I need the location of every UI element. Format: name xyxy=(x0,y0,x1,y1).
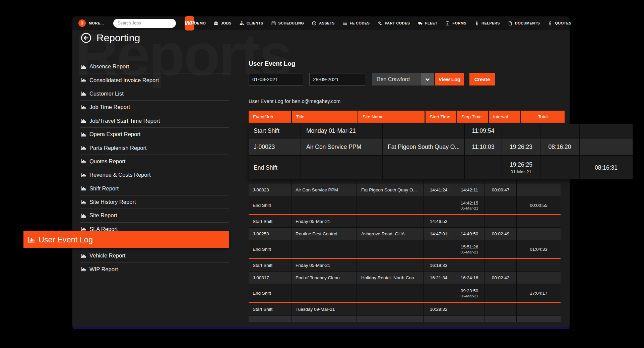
report-list-item[interactable]: Quotes Report xyxy=(80,155,229,168)
nav-item[interactable]: DEMO xyxy=(194,21,206,25)
table-row[interactable]: J-00317 End of Tenancy Clean Holiday Ren… xyxy=(249,272,561,284)
cell-interval xyxy=(485,196,516,214)
cell-site xyxy=(382,156,464,179)
nav-item[interactable]: FLEET xyxy=(418,21,438,26)
table-row[interactable]: J-00023 Air Con Service PPM Fat Pigeon S… xyxy=(249,184,561,196)
bar-chart-icon xyxy=(80,172,86,178)
report-list-item[interactable]: Site Report xyxy=(80,209,229,222)
report-list-item-label: Vehicle Report xyxy=(89,252,125,259)
nav-item-label: SCHEDULING xyxy=(278,21,304,25)
nav-item-label: QUOTES xyxy=(555,21,571,25)
nav-item[interactable]: FE CODES xyxy=(342,21,370,26)
nav-item[interactable]: QUOTES xyxy=(548,21,571,26)
table-row[interactable]: End Shift 15:51:26 05-Mar-21 01:04:33 xyxy=(249,240,561,259)
window-bottom-accent xyxy=(72,327,570,329)
report-list-item-label: Consolidated Invoice Report xyxy=(89,77,159,83)
report-list-item-label: Customer List xyxy=(89,91,124,97)
magnified-rows-overlay: Start Shift Monday 01-Mar-21 11:09:54 J-… xyxy=(249,124,633,179)
table-row[interactable]: End Shift 14:42:15 05-Mar-21 00:00:55 xyxy=(249,196,561,215)
app-logo[interactable]: WP xyxy=(185,16,194,31)
report-list-item[interactable]: Opera Export Report xyxy=(80,128,229,141)
cell-title: Air Con Service PPM xyxy=(291,184,357,196)
table-row[interactable]: Start Shift Friday 05-Mar-21 16:19:33 xyxy=(249,259,561,272)
briefcase-icon xyxy=(213,21,218,26)
notification-badge: 3 xyxy=(78,19,86,27)
cell-title xyxy=(291,284,357,302)
nav-item[interactable]: DOCUMENTS xyxy=(508,21,540,26)
magnified-table-row: Start Shift Monday 01-Mar-21 11:09:54 xyxy=(249,124,633,138)
table-header-cell: Total xyxy=(521,111,565,123)
nav-item[interactable]: FORMS xyxy=(445,21,466,26)
report-list-item[interactable]: Job Time Report xyxy=(80,101,229,114)
cell-start: 11:10:03 xyxy=(464,138,502,155)
report-list-item[interactable]: Job/Travel Start Time Report xyxy=(80,114,229,128)
report-list-item-active[interactable]: User Event Log xyxy=(23,231,229,248)
cell-total xyxy=(516,215,561,227)
cell-total: 00:00:55 xyxy=(516,196,561,214)
clipboard-icon xyxy=(445,21,450,26)
cell-interval: 00:02:49 xyxy=(485,228,516,240)
sidebar-header: Reporting xyxy=(80,32,140,44)
more-label: MORE... xyxy=(89,21,104,25)
cell-event: J-00253 xyxy=(249,228,291,240)
report-list-item[interactable]: Parts Replenish Report xyxy=(80,141,229,155)
report-list-item[interactable]: Site History Report xyxy=(80,195,229,209)
nav-item-label: DEMO xyxy=(194,21,206,25)
date-from-input[interactable] xyxy=(249,73,303,85)
view-log-button[interactable]: View Log xyxy=(435,73,464,85)
table-row[interactable]: End Shift 09:23:50 06-Mar-21 17:04:17 xyxy=(249,284,561,303)
cell-title xyxy=(291,196,357,214)
create-button[interactable]: Create xyxy=(469,73,495,85)
nav-item[interactable]: SCHEDULING xyxy=(271,21,304,26)
table-rows: J-00023 Air Con Service PPM Fat Pigeon S… xyxy=(249,184,561,315)
chevron-down-icon xyxy=(421,73,434,85)
date-to-input[interactable] xyxy=(309,73,365,85)
cell-stop-date: 05-Mar-21 xyxy=(460,250,478,254)
paperclip-icon xyxy=(548,21,553,26)
cell-interval xyxy=(485,240,516,258)
nav-item-label: FE CODES xyxy=(350,21,370,25)
list-check-icon xyxy=(342,21,347,26)
more-menu[interactable]: 3 MORE... xyxy=(78,19,104,27)
cell-event: J-00023 xyxy=(249,138,301,155)
report-list-item[interactable]: Absence Report xyxy=(80,60,229,73)
cell-stop: 14:42:15 05-Mar-21 xyxy=(454,196,485,214)
table-row[interactable]: Start Shift Tuesday 09-Mar-21 10:28:32 xyxy=(249,303,561,315)
cell-start xyxy=(464,156,502,179)
report-list-item[interactable]: Shift Report xyxy=(80,182,229,195)
cell-start: 10:28:32 xyxy=(423,303,454,315)
cell-event: Start Shift xyxy=(249,215,291,227)
report-list-item[interactable]: Vehicle Report xyxy=(80,249,229,263)
report-list-item[interactable]: WIP Report xyxy=(80,263,229,276)
cell-stop: 14:49:50 xyxy=(454,228,485,240)
table-header: Event/Job Title Site Name Start Time Sto… xyxy=(249,111,561,123)
report-list-item[interactable]: Customer List xyxy=(80,87,229,101)
bar-chart-icon xyxy=(80,199,86,205)
table-row[interactable]: J-00253 Routine Pest Control Ashgrove Ro… xyxy=(249,228,561,240)
nav-item-label: FORMS xyxy=(452,21,466,25)
table-row[interactable]: Start Shift Friday 05-Mar-21 14:46:53 xyxy=(249,215,561,228)
table-header-cell: Title xyxy=(292,111,358,123)
nav-item[interactable]: CLIENTS xyxy=(239,21,263,26)
cell-start xyxy=(423,196,454,214)
nav-item[interactable]: JOBS xyxy=(213,21,232,26)
cell-stop: 16:24:16 xyxy=(454,272,485,284)
nav-item-label: ASSETS xyxy=(319,21,334,25)
cell-start: 16:19:33 xyxy=(423,259,454,271)
nav-item[interactable]: ASSETS xyxy=(312,21,334,26)
table-header-cell: Event/Job xyxy=(249,111,291,123)
nav-item-label: HELPERS xyxy=(481,21,500,25)
user-select[interactable]: Ben Crawford xyxy=(372,73,434,85)
cell-event: Start Shift xyxy=(249,303,291,315)
search-input[interactable] xyxy=(113,19,176,28)
cell-site: Ashgrove Road, GHA xyxy=(357,228,423,240)
nav-item[interactable]: HELPERS xyxy=(474,21,500,26)
back-button[interactable] xyxy=(80,32,92,44)
cell-total xyxy=(516,259,561,271)
report-list-item[interactable]: Revenue & Costs Report xyxy=(80,168,229,182)
nav-item[interactable]: PART CODES xyxy=(377,21,410,26)
nav-item-label: FLEET xyxy=(425,21,438,25)
cell-title: Friday 05-Mar-21 xyxy=(291,215,357,227)
table-header-cell: Interval xyxy=(489,111,520,123)
report-list-item[interactable]: Consolidated Invoice Report xyxy=(80,73,229,87)
